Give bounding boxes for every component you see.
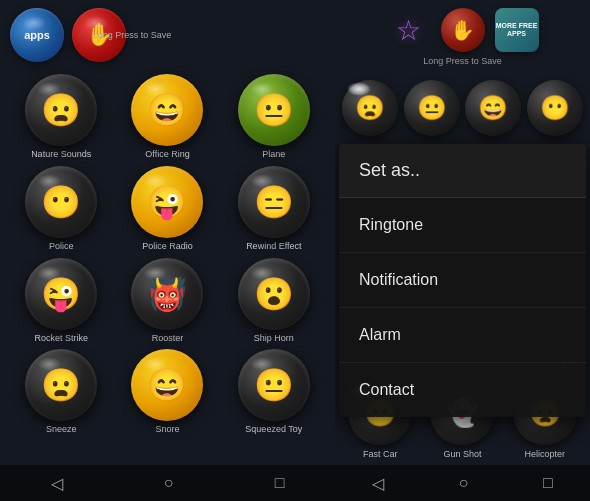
grid-row-2: 😶 Police 😜 Police Radio 😑 Rewind Effect bbox=[8, 166, 327, 252]
helicopter-label: Helicopter bbox=[525, 449, 566, 459]
sound-label-snore: Snore bbox=[155, 424, 179, 435]
fastcar-label: Fast Car bbox=[363, 449, 398, 459]
set-as-header: Set as.. bbox=[339, 144, 586, 198]
right-emoji-ball-3[interactable]: 😄 bbox=[465, 80, 521, 136]
sound-ball-rocket[interactable]: 😜 bbox=[25, 258, 97, 330]
left-sound-grid: 😦 Nature Sounds 😄 Office Ring 😐 Plane 😶 … bbox=[0, 70, 335, 445]
right-emoji-ball-1[interactable]: 😦 bbox=[342, 80, 398, 136]
apps-label: apps bbox=[24, 29, 50, 41]
more-apps-label: MORE FREE APPS bbox=[495, 22, 539, 39]
sound-ball-policeradio[interactable]: 😜 bbox=[131, 166, 203, 238]
list-item[interactable]: 😦 Sneeze bbox=[17, 349, 105, 435]
hand-icon: ✋ bbox=[450, 18, 475, 42]
sound-ball-plane[interactable]: 😐 bbox=[238, 74, 310, 146]
list-item[interactable]: 😄 Office Ring bbox=[123, 74, 211, 160]
list-item[interactable]: 😐 Squeezed Toy bbox=[230, 349, 318, 435]
right-emoji-ball-2[interactable]: 😐 bbox=[404, 80, 460, 136]
sound-label-policeradio: Police Radio bbox=[142, 241, 193, 252]
list-item[interactable]: 😶 Police bbox=[17, 166, 105, 252]
grid-row-1: 😦 Nature Sounds 😄 Office Ring 😐 Plane bbox=[8, 74, 327, 160]
sound-label-office: Office Ring bbox=[145, 149, 189, 160]
recent-button[interactable]: □ bbox=[275, 474, 285, 492]
right-emoji-ball-4[interactable]: 😶 bbox=[527, 80, 583, 136]
sound-ball-rooster[interactable]: 👹 bbox=[131, 258, 203, 330]
gunshot-label: Gun Shot bbox=[443, 449, 481, 459]
notification-option[interactable]: Notification bbox=[339, 253, 586, 308]
sound-label-plane: Plane bbox=[262, 149, 285, 160]
sound-label-squeezed: Squeezed Toy bbox=[245, 424, 302, 435]
right-emoji-row: 😦 😐 😄 😶 bbox=[335, 74, 590, 142]
sound-label-sneeze: Sneeze bbox=[46, 424, 77, 435]
right-home-button[interactable]: ○ bbox=[459, 474, 469, 492]
right-top-bar: ☆ ✋ MORE FREE APPS Long Press to Save bbox=[335, 0, 590, 74]
sound-ball-squeezed[interactable]: 😐 bbox=[238, 349, 310, 421]
right-panel: ☆ ✋ MORE FREE APPS Long Press to Save 😦 … bbox=[335, 0, 590, 501]
grid-row-3: 😜 Rocket Strike 👹 Rooster 😮 Ship Horn bbox=[8, 258, 327, 344]
list-item[interactable]: 😑 Rewind Effect bbox=[230, 166, 318, 252]
right-back-button[interactable]: ◁ bbox=[372, 474, 384, 493]
right-recent-button[interactable]: □ bbox=[543, 474, 553, 492]
right-stop-button[interactable]: ✋ bbox=[441, 8, 485, 52]
sound-ball-office[interactable]: 😄 bbox=[131, 74, 203, 146]
sound-ball-police[interactable]: 😶 bbox=[25, 166, 97, 238]
list-item[interactable]: 😜 Police Radio bbox=[123, 166, 211, 252]
list-item[interactable]: 😦 Nature Sounds bbox=[17, 74, 105, 160]
sound-label-nature: Nature Sounds bbox=[31, 149, 91, 160]
home-button[interactable]: ○ bbox=[164, 474, 174, 492]
alarm-option[interactable]: Alarm bbox=[339, 308, 586, 363]
left-top-bar: apps ✋ Long Press to Save bbox=[0, 0, 335, 70]
left-bottom-nav: ◁ ○ □ bbox=[0, 465, 335, 501]
left-panel: apps ✋ Long Press to Save 😦 Nature Sound… bbox=[0, 0, 335, 501]
sound-label-rocket: Rocket Strike bbox=[34, 333, 88, 344]
sound-ball-rewind[interactable]: 😑 bbox=[238, 166, 310, 238]
sound-ball-snore[interactable]: 😄 bbox=[131, 349, 203, 421]
list-item[interactable]: 😄 Snore bbox=[123, 349, 211, 435]
sound-ball-nature[interactable]: 😦 bbox=[25, 74, 97, 146]
sound-label-police: Police bbox=[49, 241, 74, 252]
list-item[interactable]: 😐 Plane bbox=[230, 74, 318, 160]
contact-option[interactable]: Contact bbox=[339, 363, 586, 417]
sound-label-rooster: Rooster bbox=[152, 333, 184, 344]
sound-ball-sneeze[interactable]: 😦 bbox=[25, 349, 97, 421]
list-item[interactable]: 😮 Ship Horn bbox=[230, 258, 318, 344]
apps-icon-button[interactable]: apps bbox=[10, 8, 64, 62]
ringtone-option[interactable]: Ringtone bbox=[339, 198, 586, 253]
right-long-press-label: Long Press to Save bbox=[423, 56, 502, 66]
long-press-label: Long Press to Save bbox=[72, 30, 192, 40]
set-as-dropdown: Set as.. Ringtone Notification Alarm Con… bbox=[339, 144, 586, 417]
sound-label-rewind: Rewind Effect bbox=[246, 241, 301, 252]
back-button[interactable]: ◁ bbox=[51, 474, 63, 493]
list-item[interactable]: 👹 Rooster bbox=[123, 258, 211, 344]
right-bottom-nav: ◁ ○ □ bbox=[335, 465, 590, 501]
list-item[interactable]: 😜 Rocket Strike bbox=[17, 258, 105, 344]
sound-label-shiphorn: Ship Horn bbox=[254, 333, 294, 344]
sound-ball-shiphorn[interactable]: 😮 bbox=[238, 258, 310, 330]
favorite-star-button[interactable]: ☆ bbox=[387, 8, 431, 52]
grid-row-4: 😦 Sneeze 😄 Snore 😐 Squeezed Toy bbox=[8, 349, 327, 435]
more-apps-button[interactable]: MORE FREE APPS bbox=[495, 8, 539, 52]
right-action-row: ☆ ✋ MORE FREE APPS bbox=[387, 8, 539, 52]
